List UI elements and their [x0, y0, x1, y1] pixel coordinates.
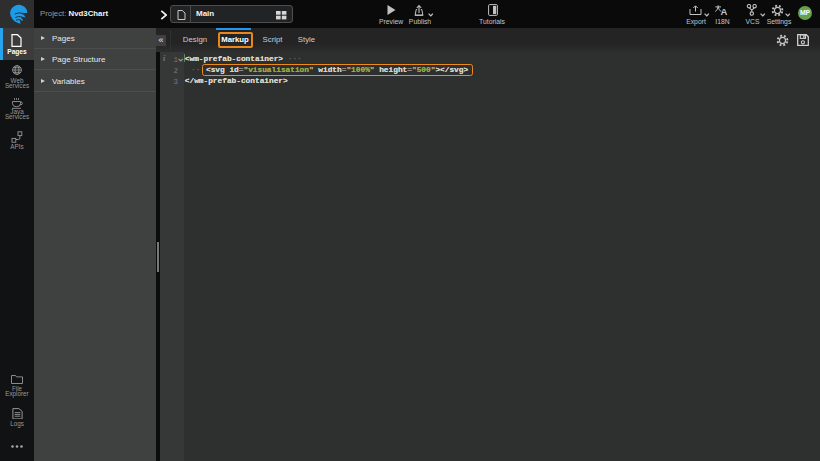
- svg-text:A: A: [720, 5, 727, 14]
